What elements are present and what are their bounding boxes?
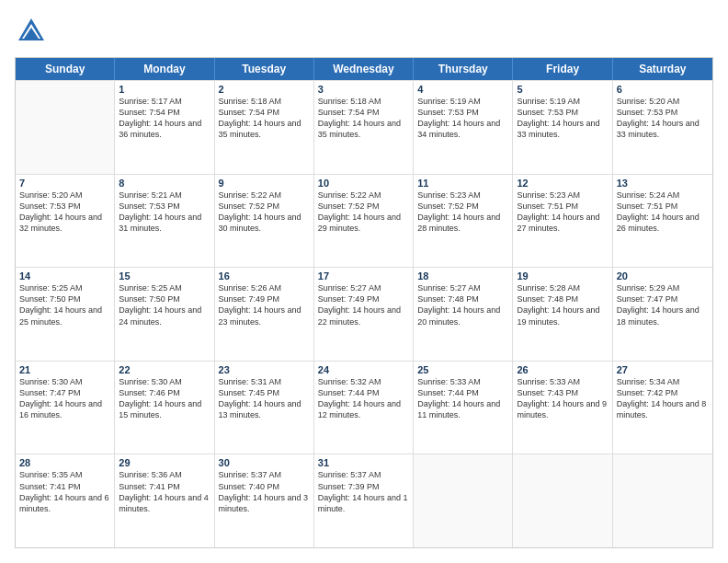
calendar: SundayMondayTuesdayWednesdayThursdayFrid… bbox=[15, 57, 713, 548]
calendar-row-3: 14Sunrise: 5:25 AM Sunset: 7:50 PM Dayli… bbox=[16, 267, 712, 361]
cell-text: Sunrise: 5:37 AM Sunset: 7:40 PM Dayligh… bbox=[219, 469, 310, 514]
calendar-cell: 2Sunrise: 5:18 AM Sunset: 7:54 PM Daylig… bbox=[215, 81, 314, 174]
cell-text: Sunrise: 5:20 AM Sunset: 7:53 PM Dayligh… bbox=[19, 190, 110, 235]
day-number: 24 bbox=[318, 364, 409, 375]
calendar-cell: 26Sunrise: 5:33 AM Sunset: 7:43 PM Dayli… bbox=[513, 362, 612, 454]
day-number: 4 bbox=[417, 84, 508, 95]
calendar-cell: 4Sunrise: 5:19 AM Sunset: 7:53 PM Daylig… bbox=[414, 81, 513, 174]
calendar-cell bbox=[16, 81, 115, 174]
cell-text: Sunrise: 5:35 AM Sunset: 7:41 PM Dayligh… bbox=[19, 469, 110, 514]
cell-text: Sunrise: 5:29 AM Sunset: 7:47 PM Dayligh… bbox=[617, 282, 709, 327]
calendar-cell: 20Sunrise: 5:29 AM Sunset: 7:47 PM Dayli… bbox=[613, 268, 712, 361]
calendar-body: 1Sunrise: 5:17 AM Sunset: 7:54 PM Daylig… bbox=[16, 80, 712, 547]
day-number: 25 bbox=[417, 364, 508, 375]
cell-text: Sunrise: 5:19 AM Sunset: 7:53 PM Dayligh… bbox=[417, 96, 508, 141]
day-number: 1 bbox=[119, 84, 210, 95]
day-number: 5 bbox=[517, 84, 608, 95]
calendar-cell: 29Sunrise: 5:36 AM Sunset: 7:41 PM Dayli… bbox=[115, 454, 214, 547]
day-number: 14 bbox=[19, 270, 110, 282]
cell-text: Sunrise: 5:27 AM Sunset: 7:49 PM Dayligh… bbox=[318, 282, 409, 327]
calendar-cell: 15Sunrise: 5:25 AM Sunset: 7:50 PM Dayli… bbox=[115, 268, 214, 361]
calendar-cell: 28Sunrise: 5:35 AM Sunset: 7:41 PM Dayli… bbox=[16, 454, 115, 547]
cell-text: Sunrise: 5:32 AM Sunset: 7:44 PM Dayligh… bbox=[318, 376, 409, 421]
calendar-cell: 19Sunrise: 5:28 AM Sunset: 7:48 PM Dayli… bbox=[513, 268, 612, 361]
day-number: 3 bbox=[318, 84, 409, 95]
cell-text: Sunrise: 5:30 AM Sunset: 7:46 PM Dayligh… bbox=[119, 376, 210, 421]
cell-text: Sunrise: 5:36 AM Sunset: 7:41 PM Dayligh… bbox=[119, 469, 210, 514]
cell-text: Sunrise: 5:31 AM Sunset: 7:45 PM Dayligh… bbox=[219, 376, 310, 421]
cell-text: Sunrise: 5:22 AM Sunset: 7:52 PM Dayligh… bbox=[318, 190, 409, 235]
cell-text: Sunrise: 5:19 AM Sunset: 7:53 PM Dayligh… bbox=[517, 96, 608, 141]
logo bbox=[15, 15, 51, 48]
calendar-cell bbox=[613, 454, 712, 547]
header-day-saturday: Saturday bbox=[613, 58, 712, 80]
day-number: 11 bbox=[417, 178, 508, 189]
calendar-cell: 10Sunrise: 5:22 AM Sunset: 7:52 PM Dayli… bbox=[314, 175, 414, 268]
day-number: 12 bbox=[517, 178, 608, 189]
cell-text: Sunrise: 5:37 AM Sunset: 7:39 PM Dayligh… bbox=[318, 469, 409, 514]
calendar-cell: 21Sunrise: 5:30 AM Sunset: 7:47 PM Dayli… bbox=[16, 362, 115, 454]
day-number: 28 bbox=[19, 457, 110, 468]
logo-icon bbox=[15, 15, 48, 48]
calendar-cell: 11Sunrise: 5:23 AM Sunset: 7:52 PM Dayli… bbox=[414, 175, 513, 268]
day-number: 20 bbox=[617, 270, 709, 282]
calendar-cell: 22Sunrise: 5:30 AM Sunset: 7:46 PM Dayli… bbox=[115, 362, 214, 454]
cell-text: Sunrise: 5:33 AM Sunset: 7:44 PM Dayligh… bbox=[417, 376, 508, 421]
day-number: 7 bbox=[19, 178, 110, 189]
calendar-cell: 6Sunrise: 5:20 AM Sunset: 7:53 PM Daylig… bbox=[613, 81, 712, 174]
cell-text: Sunrise: 5:28 AM Sunset: 7:48 PM Dayligh… bbox=[517, 282, 608, 327]
calendar-row-5: 28Sunrise: 5:35 AM Sunset: 7:41 PM Dayli… bbox=[16, 454, 712, 547]
header-day-monday: Monday bbox=[115, 58, 214, 80]
calendar-cell: 24Sunrise: 5:32 AM Sunset: 7:44 PM Dayli… bbox=[314, 362, 414, 454]
cell-text: Sunrise: 5:25 AM Sunset: 7:50 PM Dayligh… bbox=[119, 282, 210, 327]
cell-text: Sunrise: 5:21 AM Sunset: 7:53 PM Dayligh… bbox=[119, 190, 210, 235]
calendar-cell: 25Sunrise: 5:33 AM Sunset: 7:44 PM Dayli… bbox=[414, 362, 513, 454]
header-day-friday: Friday bbox=[513, 58, 612, 80]
day-number: 16 bbox=[219, 270, 310, 282]
header-day-wednesday: Wednesday bbox=[314, 58, 414, 80]
day-number: 10 bbox=[318, 178, 409, 189]
cell-text: Sunrise: 5:34 AM Sunset: 7:42 PM Dayligh… bbox=[617, 376, 709, 421]
day-number: 30 bbox=[219, 457, 310, 468]
calendar-cell: 12Sunrise: 5:23 AM Sunset: 7:51 PM Dayli… bbox=[513, 175, 612, 268]
day-number: 17 bbox=[318, 270, 409, 282]
cell-text: Sunrise: 5:18 AM Sunset: 7:54 PM Dayligh… bbox=[219, 96, 310, 141]
day-number: 29 bbox=[119, 457, 210, 468]
cell-text: Sunrise: 5:26 AM Sunset: 7:49 PM Dayligh… bbox=[219, 282, 310, 327]
header-day-sunday: Sunday bbox=[16, 58, 115, 80]
calendar-cell: 13Sunrise: 5:24 AM Sunset: 7:51 PM Dayli… bbox=[613, 175, 712, 268]
cell-text: Sunrise: 5:20 AM Sunset: 7:53 PM Dayligh… bbox=[617, 96, 709, 141]
day-number: 21 bbox=[19, 364, 110, 375]
day-number: 6 bbox=[617, 84, 709, 95]
calendar-row-4: 21Sunrise: 5:30 AM Sunset: 7:47 PM Dayli… bbox=[16, 361, 712, 454]
cell-text: Sunrise: 5:24 AM Sunset: 7:51 PM Dayligh… bbox=[617, 190, 709, 235]
cell-text: Sunrise: 5:23 AM Sunset: 7:51 PM Dayligh… bbox=[517, 190, 608, 235]
calendar-cell: 14Sunrise: 5:25 AM Sunset: 7:50 PM Dayli… bbox=[16, 268, 115, 361]
cell-text: Sunrise: 5:22 AM Sunset: 7:52 PM Dayligh… bbox=[219, 190, 310, 235]
header-day-tuesday: Tuesday bbox=[215, 58, 314, 80]
calendar-cell bbox=[414, 454, 513, 547]
day-number: 19 bbox=[517, 270, 608, 282]
day-number: 23 bbox=[219, 364, 310, 375]
cell-text: Sunrise: 5:25 AM Sunset: 7:50 PM Dayligh… bbox=[19, 282, 110, 327]
calendar-cell: 30Sunrise: 5:37 AM Sunset: 7:40 PM Dayli… bbox=[215, 454, 314, 547]
day-number: 15 bbox=[119, 270, 210, 282]
calendar-cell: 5Sunrise: 5:19 AM Sunset: 7:53 PM Daylig… bbox=[513, 81, 612, 174]
day-number: 22 bbox=[119, 364, 210, 375]
day-number: 2 bbox=[219, 84, 310, 95]
cell-text: Sunrise: 5:23 AM Sunset: 7:52 PM Dayligh… bbox=[417, 190, 508, 235]
calendar-cell: 8Sunrise: 5:21 AM Sunset: 7:53 PM Daylig… bbox=[115, 175, 214, 268]
calendar-cell: 17Sunrise: 5:27 AM Sunset: 7:49 PM Dayli… bbox=[314, 268, 414, 361]
calendar-cell: 1Sunrise: 5:17 AM Sunset: 7:54 PM Daylig… bbox=[115, 81, 214, 174]
day-number: 8 bbox=[119, 178, 210, 189]
calendar-cell: 27Sunrise: 5:34 AM Sunset: 7:42 PM Dayli… bbox=[613, 362, 712, 454]
cell-text: Sunrise: 5:27 AM Sunset: 7:48 PM Dayligh… bbox=[417, 282, 508, 327]
header bbox=[15, 15, 713, 48]
calendar-cell: 7Sunrise: 5:20 AM Sunset: 7:53 PM Daylig… bbox=[16, 175, 115, 268]
day-number: 9 bbox=[219, 178, 310, 189]
calendar-row-1: 1Sunrise: 5:17 AM Sunset: 7:54 PM Daylig… bbox=[16, 80, 712, 174]
calendar-cell: 31Sunrise: 5:37 AM Sunset: 7:39 PM Dayli… bbox=[314, 454, 414, 547]
day-number: 13 bbox=[617, 178, 709, 189]
cell-text: Sunrise: 5:17 AM Sunset: 7:54 PM Dayligh… bbox=[119, 96, 210, 141]
calendar-cell bbox=[513, 454, 612, 547]
